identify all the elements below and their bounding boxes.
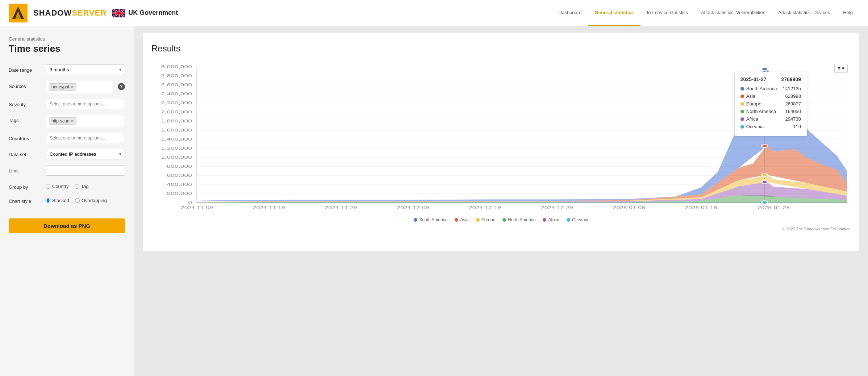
chartstyle-label: Chart style: [9, 196, 41, 204]
shadowserver-logo-icon: [9, 4, 28, 22]
tags-row: Tags http-scan ✕: [9, 115, 125, 127]
countries-input[interactable]: [46, 133, 125, 143]
sources-honeypot-tag: honeypot ✕: [49, 83, 76, 91]
date-range-select[interactable]: 1 month 3 months 6 months 1 year: [46, 64, 125, 75]
legend-dot-asia: [455, 218, 458, 222]
tooltip-row-europe: Europe 269877: [740, 101, 801, 106]
legend-north-america: North America: [502, 217, 535, 222]
dataset-select[interactable]: Counted IP addresses Total events: [46, 149, 125, 159]
chart-dot-africa: [762, 180, 767, 184]
legend-asia: Asia: [455, 217, 468, 222]
tooltip-dot-oceania: [740, 125, 744, 129]
svg-text:2,600,000: 2,600,000: [161, 83, 192, 87]
tooltip-dot-africa: [740, 117, 744, 121]
tooltip-header: 2025-01-27 2769909: [740, 76, 801, 82]
svg-text:2,400,000: 2,400,000: [161, 92, 192, 96]
sources-honeypot-remove[interactable]: ✕: [71, 85, 74, 89]
legend-africa: Africa: [543, 217, 559, 222]
nav-attack-devices[interactable]: Attack statistics: Devices: [772, 0, 836, 26]
nav-dashboard[interactable]: Dashboard: [552, 0, 588, 26]
tooltip-label-north-america: North America: [740, 109, 776, 114]
tooltip-value-north-america: 164050: [785, 109, 801, 114]
chartstyle-overlapping-radio[interactable]: [75, 198, 80, 203]
svg-text:200,000: 200,000: [167, 191, 192, 196]
legend-dot-europe: [476, 218, 480, 222]
main-content: Results 3,000,000 2,800,000 2,600,000 2,…: [134, 26, 868, 376]
chartstyle-options: Stacked Overlapping: [46, 196, 125, 203]
chart-legend: South America Asia Europe North America …: [151, 217, 851, 222]
tags-http-scan-remove[interactable]: ✕: [71, 119, 74, 124]
groupby-country-radio[interactable]: [46, 184, 50, 189]
dataset-label: Data set: [9, 149, 41, 157]
header: SHADOWSERVER UK Government Dashboard Gen…: [0, 0, 868, 26]
severity-input[interactable]: [46, 99, 125, 109]
uk-government-text: UK Government: [128, 9, 178, 17]
groupby-country-option[interactable]: Country: [46, 184, 69, 189]
svg-text:800,000: 800,000: [167, 164, 192, 168]
chart-menu-icon: ≡: [838, 66, 840, 71]
date-range-row: Date range 1 month 3 months 6 months 1 y…: [9, 64, 125, 75]
tooltip-row-south-america: South America 1412135: [740, 86, 801, 91]
tooltip-row-africa: Africa 294730: [740, 116, 801, 122]
groupby-label: Group by: [9, 181, 41, 190]
tooltip-value-oceania: 119: [793, 124, 801, 129]
sidebar-title: Time series: [9, 43, 125, 54]
svg-text:1,000,000: 1,000,000: [161, 155, 192, 159]
sources-tag-input[interactable]: honeypot ✕: [46, 81, 113, 93]
svg-text:2025-01-08: 2025-01-08: [613, 205, 645, 209]
download-png-button[interactable]: Download as PNG: [9, 218, 125, 233]
sources-control: honeypot ✕: [46, 81, 113, 93]
limit-input[interactable]: [46, 165, 125, 176]
chart-dot-asia: [762, 144, 767, 147]
chartstyle-overlapping-label: Overlapping: [82, 198, 107, 203]
countries-label: Countries: [9, 133, 41, 141]
groupby-tag-radio[interactable]: [75, 184, 79, 189]
chart-menu-chevron-icon: ▾: [842, 66, 844, 71]
dataset-row: Data set Counted IP addresses Total even…: [9, 149, 125, 159]
svg-text:2024-11-29: 2024-11-29: [325, 205, 357, 209]
chartstyle-stacked-option[interactable]: Stacked: [46, 198, 69, 203]
nav-help[interactable]: Help: [836, 0, 859, 26]
countries-row: Countries: [9, 133, 125, 143]
tags-tag-input[interactable]: http-scan ✕: [46, 115, 125, 127]
tooltip-row-oceania: Oceania 119: [740, 124, 801, 129]
tooltip-value-europe: 269877: [785, 101, 801, 106]
sidebar: General statistics Time series Date rang…: [0, 26, 134, 376]
uk-flag-icon: [112, 9, 125, 17]
nav-attack-vulnerabilities[interactable]: Attack statistics: Vulnerabilities: [694, 0, 772, 26]
logo-server: SERVER: [72, 8, 107, 17]
chartstyle-stacked-radio[interactable]: [46, 198, 50, 203]
legend-dot-oceania: [567, 218, 570, 222]
tooltip-row-asia: Asia 628998: [740, 93, 801, 99]
chartstyle-stacked-label: Stacked: [52, 198, 69, 203]
nav-iot-statistics[interactable]: IoT device statistics: [640, 0, 694, 26]
legend-dot-south-america: [414, 218, 417, 222]
tooltip-value-asia: 628998: [785, 93, 801, 99]
limit-row: Limit: [9, 165, 125, 176]
nav-general-statistics[interactable]: General statistics: [588, 0, 640, 26]
tooltip-dot-europe: [740, 102, 744, 106]
sources-row: Sources honeypot ✕ ?: [9, 81, 125, 93]
svg-text:2,000,000: 2,000,000: [161, 110, 192, 114]
legend-south-america: South America: [414, 217, 447, 222]
svg-text:1,800,000: 1,800,000: [161, 119, 192, 123]
tooltip-date: 2025-01-27: [740, 76, 767, 82]
date-range-control: 1 month 3 months 6 months 1 year ▼: [46, 64, 125, 75]
groupby-tag-option[interactable]: Tag: [75, 184, 89, 189]
svg-text:2024-11-09: 2024-11-09: [181, 205, 213, 209]
limit-control: [46, 165, 125, 176]
tooltip-value-south-america: 1412135: [783, 86, 801, 91]
results-card: Results 3,000,000 2,800,000 2,600,000 2,…: [143, 33, 859, 251]
sources-help-icon[interactable]: ?: [118, 83, 125, 90]
chart-menu-button[interactable]: ≡ ▾: [834, 64, 848, 73]
svg-text:1,400,000: 1,400,000: [161, 137, 192, 141]
svg-text:2025-01-28: 2025-01-28: [758, 205, 790, 209]
logo-text: SHADOWSERVER: [33, 8, 107, 18]
date-range-label: Date range: [9, 64, 41, 73]
groupby-country-label: Country: [52, 184, 69, 189]
limit-label: Limit: [9, 165, 41, 174]
tags-http-scan-tag: http-scan ✕: [49, 117, 76, 125]
tooltip-label-europe: Europe: [740, 101, 761, 106]
tooltip-label-south-america: South America: [740, 86, 777, 91]
chartstyle-overlapping-option[interactable]: Overlapping: [75, 198, 107, 203]
